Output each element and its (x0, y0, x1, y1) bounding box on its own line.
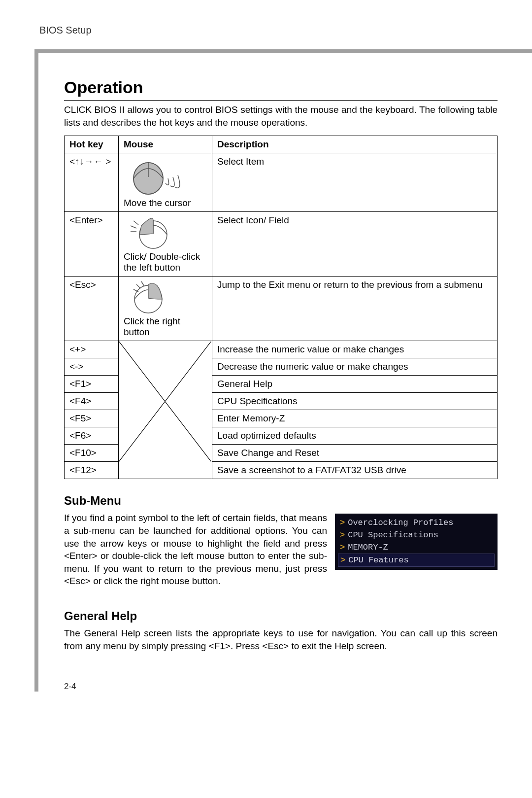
hotkey-cell: <F6> (65, 427, 119, 445)
table-row: <↑↓→← > Move the cursor Select Item (65, 153, 498, 212)
col-mouse-header: Mouse (119, 136, 212, 153)
submenu-label: CPU Features (348, 555, 408, 565)
table-row: <+> Increase the numeric value or make c… (65, 341, 498, 358)
hotkey-cell: <F10> (65, 445, 119, 462)
operation-intro: CLICK BIOS II allows you to control BIOS… (64, 104, 498, 129)
submenu-item: > Overclocking Profiles (338, 517, 495, 529)
chevron-right-icon: > (340, 555, 345, 565)
submenu-label: Overclocking Profiles (348, 518, 453, 527)
mouse-move-icon (124, 156, 198, 196)
svg-line-10 (141, 281, 144, 286)
mouse-label: Move the cursor (124, 198, 207, 208)
col-desc-header: Description (212, 136, 498, 153)
table-header-row: Hot key Mouse Description (65, 136, 498, 153)
hotkey-table: Hot key Mouse Description <↑↓→← > (64, 136, 498, 479)
svg-line-11 (136, 284, 140, 288)
hotkey-cell: <↑↓→← > (65, 153, 119, 212)
desc-cell: Load optimized defaults (212, 427, 498, 445)
desc-cell: Decrease the numeric value or make chang… (212, 358, 498, 376)
table-row: <Enter> Click/ Double-click the left but… (65, 212, 498, 277)
desc-cell: Jump to the Exit menu or return to the p… (212, 277, 498, 341)
submenu-item: > MEMORY-Z (338, 541, 495, 554)
hotkey-cell: <F1> (65, 376, 119, 393)
hotkey-cell: <Esc> (65, 277, 119, 341)
mouse-cell: Move the cursor (119, 153, 212, 212)
general-help-heading: General Help (64, 609, 498, 623)
desc-cell: Increase the numeric value or make chang… (212, 341, 498, 358)
svg-line-6 (131, 226, 136, 228)
col-hotkey-header: Hot key (65, 136, 119, 153)
submenu-item-highlighted: > CPU Features (338, 554, 495, 567)
submenu-item: > CPU Specifications (338, 529, 495, 541)
chevron-right-icon: > (340, 530, 345, 540)
submenu-label: MEMORY-Z (348, 543, 388, 552)
mouse-label: Click the right button (124, 316, 207, 338)
mouse-label: Click/ Double-click the left button (124, 251, 207, 273)
mouse-right-click-icon (124, 279, 178, 314)
document-page: BIOS Setup Operation CLICK BIOS II allow… (0, 0, 532, 716)
desc-cell: CPU Specifications (212, 393, 498, 410)
page-number: 2-4 (64, 682, 498, 692)
chevron-right-icon: > (340, 518, 345, 527)
table-row: <Esc> Click the right button Jump to the… (65, 277, 498, 341)
mouse-left-click-icon (124, 215, 178, 249)
vertical-rule (34, 49, 38, 692)
section-header: BIOS Setup (39, 25, 498, 36)
cross-icon (119, 341, 211, 462)
submenu-heading: Sub-Menu (64, 494, 498, 508)
horizontal-rule (34, 49, 532, 53)
desc-cell: Select Icon/ Field (212, 212, 498, 277)
svg-line-5 (133, 221, 138, 225)
operation-heading: Operation (64, 78, 498, 101)
general-help-body: The General Help screen lists the approp… (64, 627, 498, 652)
desc-cell: Enter Memory-Z (212, 410, 498, 427)
hotkey-cell: <+> (65, 341, 119, 358)
hotkey-cell: <F5> (65, 410, 119, 427)
hotkey-cell: <F12> (65, 462, 119, 479)
mouse-cell: Click the right button (119, 277, 212, 341)
page-content: Operation CLICK BIOS II allows you to co… (64, 48, 498, 692)
submenu-screenshot: > Overclocking Profiles > CPU Specificat… (335, 514, 498, 570)
hotkey-cell: <-> (65, 358, 119, 376)
desc-cell: Save a screenshot to a FAT/FAT32 USB dri… (212, 462, 498, 479)
chevron-right-icon: > (340, 543, 345, 552)
desc-cell: Save Change and Reset (212, 445, 498, 462)
mouse-empty-cell (119, 341, 212, 479)
hotkey-cell: <F4> (65, 393, 119, 410)
hotkey-cell: <Enter> (65, 212, 119, 277)
desc-cell: Select Item (212, 153, 498, 212)
desc-cell: General Help (212, 376, 498, 393)
mouse-cell: Click/ Double-click the left button (119, 212, 212, 277)
submenu-label: CPU Specifications (348, 530, 438, 540)
